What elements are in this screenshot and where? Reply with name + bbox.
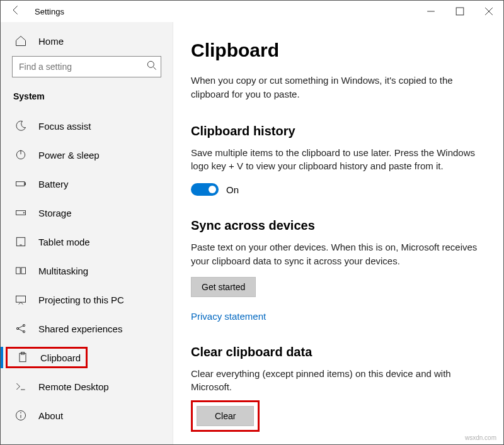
sidebar-item-shared-experiences[interactable]: Shared experiences [1, 314, 173, 343]
sidebar-item-label: Focus assist [38, 121, 91, 132]
sidebar-item-label: Multitasking [38, 266, 88, 276]
close-button[interactable] [474, 1, 503, 22]
svg-rect-8 [16, 182, 25, 186]
sidebar-item-label: Shared experiences [38, 324, 122, 334]
tablet-icon [14, 235, 28, 248]
clear-button[interactable]: Clear [197, 406, 254, 426]
history-toggle-label: On [226, 184, 239, 195]
sidebar-item-power-sleep[interactable]: Power & sleep [1, 140, 173, 169]
watermark: wsxdn.com [465, 434, 496, 441]
svg-rect-10 [16, 211, 26, 215]
privacy-link[interactable]: Privacy statement [191, 311, 266, 322]
back-button[interactable] [9, 4, 23, 19]
sidebar-item-label: Tablet mode [38, 237, 90, 247]
search-input[interactable] [13, 62, 143, 72]
body: Home System Focus assist Power & sleep [1, 22, 503, 444]
share-icon [14, 322, 28, 335]
sync-desc: Paste text on your other devices. When t… [191, 240, 478, 268]
titlebar: Settings [1, 1, 503, 22]
sidebar-nav: Focus assist Power & sleep Battery Stora… [1, 111, 173, 444]
sidebar-item-projecting[interactable]: Projecting to this PC [1, 285, 173, 314]
sidebar-item-clipboard[interactable]: Clipboard [1, 343, 173, 372]
highlight-marker: Clear [191, 400, 260, 432]
svg-rect-16 [16, 296, 26, 302]
sidebar-item-focus-assist[interactable]: Focus assist [1, 111, 173, 140]
sidebar-item-about[interactable]: About [1, 401, 173, 430]
window-controls [416, 1, 503, 22]
search-icon [143, 59, 161, 74]
search-box[interactable] [12, 56, 161, 77]
svg-rect-1 [456, 8, 464, 15]
sidebar-item-battery[interactable]: Battery [1, 169, 173, 198]
sidebar: Home System Focus assist Power & sleep [1, 22, 173, 444]
sidebar-section-heading: System [1, 86, 173, 111]
svg-point-4 [147, 61, 154, 67]
sidebar-item-label: Battery [38, 179, 69, 189]
sidebar-item-label: Remote Desktop [38, 381, 109, 392]
clear-desc: Clear everything (except pinned items) o… [191, 367, 478, 395]
intro-text: When you copy or cut something in Window… [191, 74, 478, 101]
svg-rect-14 [16, 268, 21, 274]
project-icon [14, 293, 28, 306]
multitask-icon [14, 264, 28, 277]
settings-window: Settings Home System Fo [0, 0, 504, 445]
storage-icon [14, 206, 28, 219]
sidebar-item-label: About [38, 410, 63, 421]
sidebar-item-multitasking[interactable]: Multitasking [1, 256, 173, 285]
sync-heading: Sync across devices [191, 218, 478, 233]
clear-heading: Clear clipboard data [191, 345, 478, 359]
window-title: Settings [35, 7, 64, 16]
sidebar-item-label: Projecting to this PC [38, 295, 124, 305]
remote-icon [14, 380, 28, 393]
home-icon [14, 35, 28, 47]
svg-point-24 [21, 412, 21, 413]
sidebar-item-storage[interactable]: Storage [1, 198, 173, 227]
get-started-button[interactable]: Get started [191, 277, 256, 297]
svg-rect-9 [25, 183, 26, 184]
sidebar-item-label: Clipboard [40, 352, 81, 363]
svg-point-11 [23, 212, 25, 213]
power-icon [14, 149, 28, 161]
sidebar-item-tablet-mode[interactable]: Tablet mode [1, 227, 173, 256]
sidebar-home[interactable]: Home [1, 28, 173, 54]
svg-rect-15 [21, 268, 26, 274]
sidebar-home-label: Home [38, 36, 64, 47]
history-toggle[interactable] [191, 183, 219, 196]
sidebar-item-remote-desktop[interactable]: Remote Desktop [1, 372, 173, 401]
sidebar-item-label: Power & sleep [38, 150, 100, 161]
minimize-button[interactable] [416, 1, 445, 22]
sidebar-item-label: Storage [38, 208, 72, 218]
page-title: Clipboard [191, 40, 478, 61]
search-wrap [12, 56, 161, 77]
history-desc: Save multiple items to the clipboard to … [191, 146, 478, 174]
svg-line-5 [154, 67, 156, 70]
clipboard-icon [16, 351, 30, 364]
history-heading: Clipboard history [191, 124, 478, 138]
battery-icon [14, 177, 28, 190]
maximize-button[interactable] [445, 1, 474, 22]
content-pane: Clipboard When you copy or cut something… [173, 22, 503, 444]
info-icon [14, 409, 28, 422]
highlight-marker: Clipboard [6, 347, 88, 368]
history-toggle-row: On [191, 183, 478, 196]
moon-icon [14, 120, 28, 132]
